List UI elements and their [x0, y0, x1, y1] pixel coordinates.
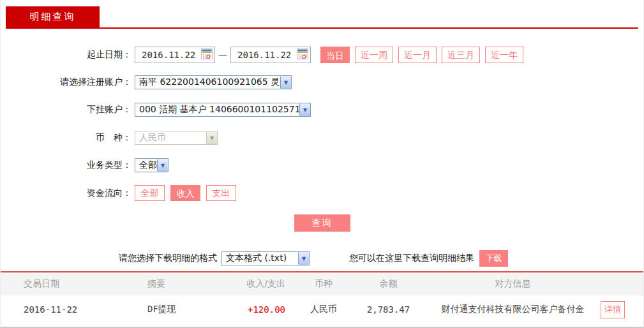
chevron-down-icon[interactable]: ▼ [280, 76, 291, 89]
date-range-row: 起止日期： 2016.11.22 [1, 47, 643, 63]
download-format-select[interactable]: 文本格式 (.txt) ▼ [221, 251, 310, 265]
download-hint: 您可以在这里下载查询明细结果 [349, 253, 474, 264]
download-row: 请您选择下载明细的格式 文本格式 (.txt) ▼ 您可以在这里下载查询明细结果… [119, 250, 643, 267]
cell-counterparty: 财付通支付科技有限公司客户备付金 [425, 304, 601, 315]
calendar-icon[interactable] [297, 48, 308, 62]
detail-button[interactable]: 详情 [601, 301, 625, 318]
calendar-icon[interactable] [201, 48, 213, 62]
fund-flow-label: 资金流向： [1, 188, 135, 199]
sub-account-select[interactable]: 000 活期 基本户 1406600101102571848 ▼ [135, 103, 311, 117]
query-form: 起止日期： 2016.11.22 [1, 47, 643, 267]
register-account-row: 请选择注册账户： 南平 6222001406100921065 灵通卡 ▼ [1, 75, 643, 89]
sub-account-value: 000 活期 基本户 1406600101102571848 [135, 104, 299, 116]
business-type-row: 业务类型： 全部 ▼ [1, 158, 643, 172]
header-currency: 币种 [296, 278, 352, 290]
header-date: 交易日期 [1, 278, 122, 290]
cell-amount: +120.00 [224, 304, 296, 315]
currency-row: 币 种： 人民币 ▼ [1, 131, 643, 145]
header-balance: 余额 [352, 278, 425, 290]
cell-date: 2016-11-22 [1, 304, 122, 315]
register-account-label: 请选择注册账户： [1, 77, 135, 88]
chevron-down-icon: ▼ [206, 131, 217, 144]
start-date-value: 2016.11.22 [142, 50, 195, 60]
date-separator: — [215, 50, 230, 60]
register-account-select[interactable]: 南平 6222001406100921065 灵通卡 ▼ [135, 75, 292, 89]
business-type-label: 业务类型： [1, 160, 135, 171]
quick-range-buttons: 当日 近一周 近一月 近三月 近一年 [320, 47, 528, 63]
currency-select: 人民币 ▼ [135, 131, 218, 145]
business-type-select[interactable]: 全部 ▼ [135, 158, 168, 172]
query-button[interactable]: 查询 [294, 214, 350, 232]
chevron-down-icon[interactable]: ▼ [299, 103, 310, 116]
cell-balance: 2,783.47 [352, 304, 425, 315]
register-account-value: 南平 6222001406100921065 灵通卡 [135, 77, 280, 88]
chevron-down-icon[interactable]: ▼ [298, 252, 309, 265]
header-counterparty: 对方信息 [425, 278, 601, 290]
currency-value: 人民币 [135, 132, 206, 144]
download-button[interactable]: 下载 [479, 250, 508, 267]
end-date-value: 2016.11.22 [237, 50, 291, 60]
currency-label: 币 种： [1, 132, 135, 144]
chevron-down-icon[interactable]: ▼ [157, 159, 168, 172]
start-date-input[interactable]: 2016.11.22 [135, 47, 215, 63]
header-amount: 收入/支出 [224, 278, 296, 290]
sub-account-label: 下挂账户： [1, 104, 135, 116]
fund-flow-all-button[interactable]: 全部 [135, 185, 165, 201]
end-date-input[interactable]: 2016.11.22 [230, 47, 311, 63]
table-row: 2016-11-22 DF提现 +120.00 人民币 2,783.47 财付通… [1, 295, 643, 324]
header-summary: 摘要 [122, 278, 224, 290]
table-header: 交易日期 摘要 收入/支出 币种 余额 对方信息 [1, 272, 643, 295]
fund-flow-expense-button[interactable]: 支出 [206, 185, 236, 201]
fund-flow-income-button[interactable]: 收入 [170, 185, 200, 201]
sub-account-row: 下挂账户： 000 活期 基本户 1406600101102571848 ▼ [1, 103, 643, 117]
results-table: 交易日期 摘要 收入/支出 币种 余额 对方信息 2016-11-22 DF提现… [1, 271, 643, 324]
download-format-value: 文本格式 (.txt) [222, 253, 298, 264]
date-range-label: 起止日期： [1, 49, 135, 61]
quick-range-year-button[interactable]: 近一年 [485, 47, 523, 63]
detail-query-panel: 明细查询 起止日期： 2016.11.22 [0, 0, 644, 328]
cell-summary: DF提现 [122, 304, 224, 315]
quick-range-today-button[interactable]: 当日 [320, 47, 350, 63]
quick-range-week-button[interactable]: 近一周 [355, 47, 393, 63]
fund-flow-row: 资金流向： 全部 收入 支出 [1, 185, 643, 201]
quick-range-3months-button[interactable]: 近三月 [442, 47, 480, 63]
download-format-label: 请您选择下载明细的格式 [119, 253, 217, 264]
cell-currency: 人民币 [296, 304, 352, 315]
tab-bar: 明细查询 [6, 6, 638, 29]
query-button-row: 查询 [1, 214, 643, 232]
quick-range-month-button[interactable]: 近一月 [398, 47, 437, 63]
tab-detail-query[interactable]: 明细查询 [6, 6, 100, 27]
business-type-value: 全部 [135, 160, 157, 171]
